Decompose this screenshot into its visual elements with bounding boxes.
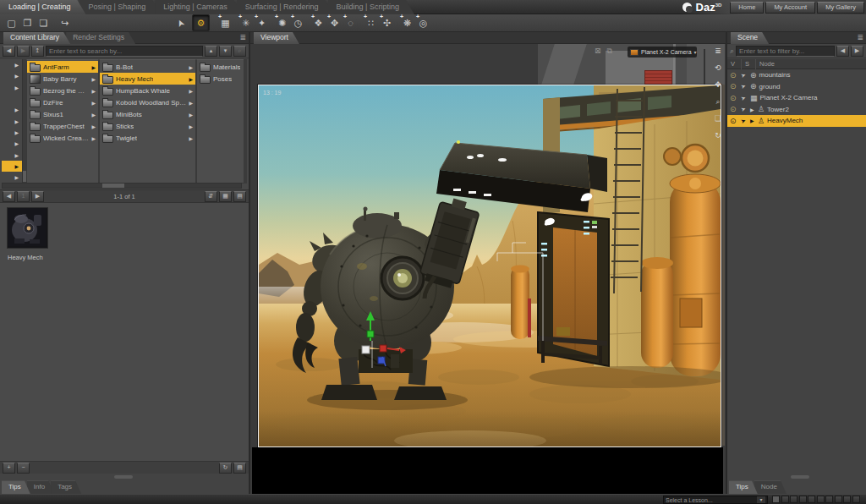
lesson-square-5[interactable] [808,496,815,503]
tab-scene[interactable]: Scene [731,32,769,44]
lesson-square-3[interactable] [790,496,797,503]
orbit-cube-control[interactable]: ⟲ [715,63,721,73]
menu-tab-posing-shaping[interactable]: Posing | Shaping [79,0,161,14]
expand-arrow-icon[interactable]: ▶ [750,107,755,112]
tree-item-kobold-woodland-spirit[interactable]: Kobold Woodland Spirit▶ [100,96,195,108]
tree-item-trapperchest[interactable]: TrapperChest▶ [27,120,98,132]
scene-panel-menu-icon[interactable]: ≣ [857,33,863,41]
column-selectability[interactable]: S [742,59,756,69]
aspect-frame-ghost-icon[interactable]: ⊠ [595,47,601,56]
new-point-light-button[interactable]: ✺+ [274,15,290,30]
view-options-button[interactable]: ▤ [233,463,246,474]
new-instance-button[interactable]: ✣+ [379,15,395,30]
tree-item-twiglet[interactable]: Twiglet▶ [100,132,195,144]
lesson-selector[interactable]: Select a Lesson... ▾ [663,496,768,504]
filter-forward-button[interactable]: ▶ [851,46,863,57]
list-view-button[interactable]: ▤ [233,191,246,202]
tree-scrollbar-right[interactable] [244,59,247,184]
tree-item-baby-barry[interactable]: Baby Barry▶ [27,73,98,85]
link-my-gallery[interactable]: My Gallery [817,2,864,14]
selectability-pointer-icon[interactable]: ➤ [740,82,748,90]
camera-selector[interactable]: Planet X-2 Camera ▾ [628,47,697,58]
node-selection-tool[interactable]: ➤ [173,15,189,30]
view-ghost-icon[interactable]: ⧉ [607,47,612,56]
link-my-account[interactable]: My Account [765,2,815,14]
asset-thumbnail-heavy-mech[interactable] [7,207,48,249]
new-null-button[interactable]: ◌+ [343,15,359,30]
search-up-button[interactable]: ↥ [31,46,44,57]
lesson-square-7[interactable] [825,496,833,503]
pan-control[interactable]: ✥ [715,80,721,90]
tab-render-settings[interactable]: Render Settings [66,32,135,44]
prev-page-button[interactable]: ◀ [3,191,15,202]
visibility-eye-icon[interactable]: ⊙ [730,71,738,79]
new-pose-control-button[interactable]: ❖+ [310,15,326,30]
visibility-eye-icon[interactable]: ⊙ [730,94,738,102]
save-file-button[interactable]: ❏ [36,15,52,30]
search-dropdown-a[interactable]: ▴ [205,46,217,57]
zoom-out-button[interactable]: − [17,463,30,474]
tree-root-row-3[interactable]: ▶ [2,82,22,93]
tree-item-heavy-mech[interactable]: Heavy Mech▶ [100,73,195,85]
new-group-button[interactable]: ∷+ [363,15,379,30]
rotate-control[interactable]: ↻ [715,131,721,140]
b-tab-left-info[interactable]: Info [27,480,54,494]
tree-root-row-7[interactable]: ▶ [2,127,22,138]
link-home[interactable]: Home [730,2,764,14]
viewport-menu-button[interactable]: ≣ [715,47,721,56]
menu-tab-lighting-cameras[interactable]: Lighting | Cameras [155,0,242,14]
lesson-dropdown-icon[interactable]: ▾ [757,496,765,503]
lesson-square-2[interactable] [781,496,789,503]
tree-item-wicked-creations[interactable]: Wicked Creations▶ [27,132,98,144]
lesson-square-1[interactable] [772,496,780,503]
tree-item-bezrog-the-ogre[interactable]: Bezrog the Ogre▶ [27,85,98,96]
lesson-square-6[interactable] [817,496,825,503]
visibility-eye-icon[interactable]: ⊙ [730,105,738,113]
search-forward-button[interactable]: ▶ [17,46,30,57]
expand-arrow-icon[interactable]: ▶ [750,118,755,123]
new-target-button[interactable]: ◎+ [415,15,431,30]
tree-root-row-5[interactable]: ▶ [2,104,22,115]
sort-button[interactable]: ⇵ [205,191,217,202]
tree-item-poses[interactable]: Poses [197,73,245,85]
grid-view-button[interactable]: ▦ [219,191,232,202]
tree-root-row-1[interactable]: ▶ [2,59,22,70]
selectability-pointer-icon[interactable]: ➤ [740,94,748,102]
new-file-button[interactable]: ▢ [3,15,19,30]
new-distant-light-button[interactable]: ✳+ [238,15,254,30]
visibility-eye-icon[interactable]: ⊙ [730,82,738,90]
selectability-pointer-icon[interactable]: ➤ [740,71,748,79]
lesson-square-10[interactable] [852,496,860,503]
tree-item-minibots[interactable]: MiniBots▶ [100,108,195,120]
tree-item-antfarm[interactable]: AntFarm▶ [27,61,98,73]
tree-root-row-2[interactable]: ▶ [2,70,22,81]
tree-root-row-10[interactable]: ▶ [2,161,22,172]
tree-item-sixus1[interactable]: Sixus1▶ [27,108,98,120]
tree-item-sticks[interactable]: Sticks▶ [100,120,195,132]
scene-node-mountains[interactable]: ⊙➤⊛mountains [727,69,866,81]
tree-root-row-6[interactable]: ▶ [2,115,22,126]
filter-back-button[interactable]: ◀ [836,46,849,57]
tab-content-library[interactable]: Content Library [3,32,70,44]
universal-tool[interactable]: ⚙ [192,14,210,31]
new-camera-button[interactable]: ▦+ [217,15,233,30]
tab-viewport[interactable]: Viewport [254,32,299,44]
new-node-button[interactable]: ✥+ [326,15,343,30]
b-tab-right-node[interactable]: Node [754,480,787,494]
zoom-in-button[interactable]: + [3,463,15,474]
b-tab-left-tags[interactable]: Tags [51,480,81,494]
panel-resize-notch[interactable] [114,475,133,479]
column-node[interactable]: Node [756,59,866,69]
tree-root-row-9[interactable]: ▶ [2,149,22,160]
tree-item-b-bot[interactable]: B-Bot▶ [100,61,195,73]
selectability-pointer-icon[interactable]: ➤ [740,105,748,113]
frame-control[interactable]: ❏ [715,114,721,123]
tree-scrollbar-horizontal[interactable] [2,183,242,189]
new-instance-group-button[interactable]: ❋+ [399,15,415,30]
scene-node-tower2[interactable]: ⊙➤▶♙Tower2 [727,104,866,116]
new-dform-button[interactable]: ◷+ [290,15,306,30]
scene-node-planet-x-2-camera[interactable]: ⊙➤▦Planet X-2 Camera [727,92,866,104]
selectability-pointer-icon[interactable]: ➤ [740,117,748,125]
tree-root-row-4[interactable] [2,93,22,104]
column-visibility[interactable]: V [727,59,742,69]
